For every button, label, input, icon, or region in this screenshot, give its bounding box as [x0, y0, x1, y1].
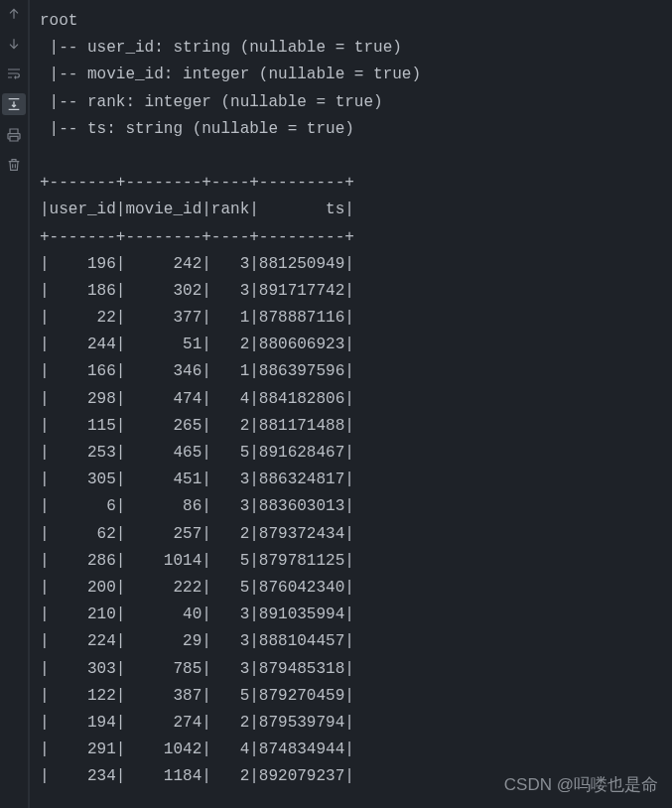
- scroll-to-end-icon[interactable]: [2, 93, 26, 115]
- trash-icon[interactable]: [4, 155, 24, 175]
- arrow-down-icon[interactable]: [4, 34, 24, 54]
- schema-fields: |-- user_id: string (nullable = true) |-…: [40, 39, 421, 138]
- console-output: root |-- user_id: string (nullable = tru…: [30, 8, 421, 790]
- table-output: +-------+--------+----+---------+ |user_…: [40, 174, 354, 785]
- arrow-up-icon[interactable]: [4, 4, 24, 24]
- print-icon[interactable]: [4, 125, 24, 145]
- watermark-text: CSDN @吗喽也是命: [504, 771, 658, 800]
- wrap-lines-icon[interactable]: [4, 64, 24, 83]
- sidebar-toolbar: [0, 0, 28, 808]
- schema-root: root: [40, 12, 77, 30]
